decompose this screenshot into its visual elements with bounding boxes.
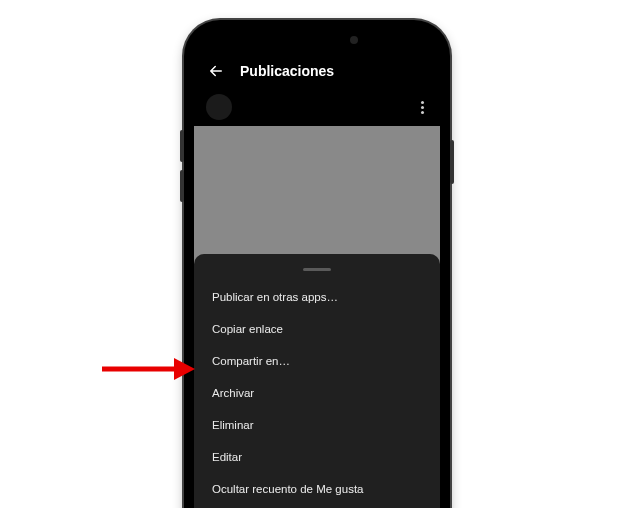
sheet-item-hide-likes[interactable]: Ocultar recuento de Me gusta (194, 473, 440, 505)
svg-marker-1 (174, 358, 195, 380)
more-dots-icon (421, 101, 424, 104)
phone-frame: Publicaciones Publicar en otras apps… Co… (184, 20, 450, 508)
volume-down-button (180, 170, 184, 202)
post-subbar (194, 90, 440, 124)
sheet-item-archive[interactable]: Archivar (194, 377, 440, 409)
sheet-item-copy-link[interactable]: Copiar enlace (194, 313, 440, 345)
power-button (450, 140, 454, 184)
more-options-button[interactable] (417, 97, 428, 118)
app-header: Publicaciones (194, 54, 440, 88)
sheet-item-edit[interactable]: Editar (194, 441, 440, 473)
back-button[interactable] (206, 61, 226, 81)
bottom-sheet: Publicar en otras apps… Copiar enlace Co… (194, 254, 440, 508)
phone-notch (262, 30, 372, 52)
arrow-left-icon (207, 62, 225, 80)
avatar[interactable] (206, 94, 232, 120)
callout-arrow (100, 354, 195, 384)
page-title: Publicaciones (240, 63, 334, 79)
sheet-item-delete[interactable]: Eliminar (194, 409, 440, 441)
volume-up-button (180, 130, 184, 162)
arrow-right-icon (100, 354, 195, 384)
sheet-handle[interactable] (303, 268, 331, 271)
phone-screen: Publicaciones Publicar en otras apps… Co… (194, 30, 440, 508)
sheet-item-publish-other-apps[interactable]: Publicar en otras apps… (194, 281, 440, 313)
sheet-item-share[interactable]: Compartir en… (194, 345, 440, 377)
